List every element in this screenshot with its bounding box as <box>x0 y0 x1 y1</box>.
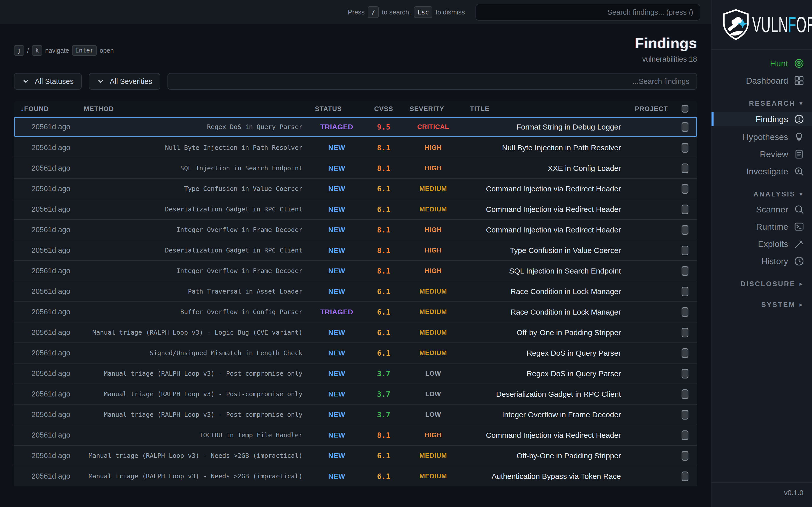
cell-found: 20561d ago <box>14 410 78 419</box>
cell-severity-badge: HIGH <box>403 144 464 152</box>
cell-found: 20561d ago <box>14 308 78 316</box>
finding-row[interactable]: 20561d agoInteger Overflow in Frame Deco… <box>14 260 697 281</box>
row-select-checkbox[interactable] <box>681 369 689 379</box>
cell-checkbox-wrapper <box>673 143 697 153</box>
finding-row[interactable]: 20561d agoType Confusion in Value Coerce… <box>14 178 697 199</box>
finding-row[interactable]: 20561d agoTOCTOU in Temp File HandlerNEW… <box>14 425 697 445</box>
cell-found: 20561d ago <box>14 472 78 481</box>
sidebar-section-research[interactable]: RESEARCH▾ <box>712 98 812 109</box>
finding-row[interactable]: 20561d agoNull Byte Injection in Path Re… <box>14 137 697 158</box>
slash-key-chip: / <box>368 6 379 18</box>
finding-row[interactable]: 20561d agoManual triage (RALPH Loop v3) … <box>14 466 697 486</box>
sidebar-item-hypotheses[interactable]: Hypotheses <box>712 130 812 144</box>
cell-status-badge: NEW <box>309 329 365 337</box>
finding-row[interactable]: 20561d agoBuffer Overflow in Config Pars… <box>14 301 697 322</box>
app-root: Press / to search, Esc to dismiss j / k … <box>0 0 812 507</box>
row-select-checkbox[interactable] <box>681 431 689 440</box>
finding-row[interactable]: 20561d agoManual triage (RALPH Loop v3) … <box>14 445 697 466</box>
column-header-found[interactable]: ↓FOUND <box>14 105 78 113</box>
column-header-method[interactable]: METHOD <box>78 105 309 113</box>
row-select-checkbox[interactable] <box>681 246 689 255</box>
row-select-checkbox[interactable] <box>681 225 689 235</box>
sidebar-item-investigate[interactable]: Investigate <box>712 165 812 178</box>
row-select-checkbox[interactable] <box>681 184 689 194</box>
cell-title: Off-by-One in Padding Stripper <box>464 328 621 337</box>
finding-row[interactable]: 20561d agoSigned/Unsigned Mismatch in Le… <box>14 342 697 363</box>
row-select-checkbox[interactable] <box>681 307 689 317</box>
cell-status-badge: NEW <box>309 164 365 172</box>
caret-down-icon: ▾ <box>800 191 803 198</box>
cell-severity-badge: LOW <box>403 411 464 418</box>
hint-press-label: Press <box>348 8 365 16</box>
sidebar-section-analysis[interactable]: ANALYSIS▾ <box>712 189 812 199</box>
cell-status-badge: NEW <box>309 226 365 234</box>
column-header-severity[interactable]: SEVERITY <box>403 105 464 113</box>
column-header-cvss[interactable]: CVSS <box>365 105 403 113</box>
sidebar-footer: v0.1.0 <box>712 482 812 507</box>
cell-checkbox-wrapper <box>673 307 697 317</box>
finding-row[interactable]: 20561d agoRegex DoS in Query ParserTRIAG… <box>14 117 697 137</box>
status-filter-dropdown[interactable]: All Statuses <box>14 73 82 90</box>
sidebar-section-system[interactable]: SYSTEM▸ <box>712 300 812 310</box>
cell-title: Command Injection via Redirect Header <box>464 205 621 214</box>
finding-row[interactable]: 20561d agoInteger Overflow in Frame Deco… <box>14 219 697 240</box>
row-select-checkbox[interactable] <box>681 266 689 276</box>
sidebar-item-runtime[interactable]: Runtime <box>712 220 812 233</box>
sidebar-item-history[interactable]: History <box>712 255 812 268</box>
column-header-status[interactable]: STATUS <box>309 105 365 113</box>
cell-title: Command Injection via Redirect Header <box>464 226 621 234</box>
cell-cvss-score: 9.5 <box>365 123 403 131</box>
sidebar-item-scanner[interactable]: Scanner <box>712 203 812 216</box>
row-select-checkbox[interactable] <box>681 348 689 358</box>
sidebar-item-review[interactable]: Review <box>712 148 812 161</box>
cell-cvss-score: 6.1 <box>365 287 403 296</box>
cell-severity-badge: LOW <box>403 370 464 378</box>
finding-row[interactable]: 20561d agoManual triage (RALPH Loop v3) … <box>14 404 697 425</box>
row-select-checkbox[interactable] <box>681 451 689 461</box>
row-select-checkbox[interactable] <box>681 164 689 173</box>
sidebar-item-findings[interactable]: Findings <box>712 112 812 126</box>
status-filter-label: All Statuses <box>35 77 73 86</box>
wand-icon <box>794 238 804 249</box>
cell-method: Signed/Unsigned Mismatch in Length Check <box>78 349 309 357</box>
sidebar-item-hunt[interactable]: Hunt <box>712 57 812 70</box>
global-search-input[interactable] <box>475 4 700 20</box>
cell-method: Manual triage (RALPH Loop v3) - Post-com… <box>78 411 309 418</box>
finding-row[interactable]: 20561d agoSQL Injection in Search Endpoi… <box>14 158 697 178</box>
hint-to-dismiss-label: to dismiss <box>436 8 465 16</box>
row-select-checkbox[interactable] <box>681 410 689 419</box>
row-select-checkbox[interactable] <box>681 287 689 296</box>
finding-row[interactable]: 20561d agoDeserialization Gadget in RPC … <box>14 240 697 260</box>
cell-found: 20561d ago <box>14 184 78 193</box>
findings-search-input[interactable] <box>167 73 697 90</box>
cell-method: Manual triage (RALPH Loop v3) - Post-com… <box>78 390 309 398</box>
cell-cvss-score: 6.1 <box>365 472 403 481</box>
sidebar-section-disclosure[interactable]: DISCLOSURE▸ <box>712 279 812 289</box>
finding-row[interactable]: 20561d agoManual triage (RALPH Loop v3) … <box>14 322 697 342</box>
finding-row[interactable]: 20561d agoPath Traversal in Asset Loader… <box>14 281 697 301</box>
row-select-checkbox[interactable] <box>681 389 689 399</box>
cell-severity-badge: MEDIUM <box>403 205 464 213</box>
sidebar-item-dashboard[interactable]: Dashboard <box>712 74 812 87</box>
esc-key-chip: Esc <box>414 6 433 18</box>
column-header-project[interactable]: PROJECT <box>621 105 673 113</box>
row-select-checkbox[interactable] <box>681 205 689 214</box>
finding-row[interactable]: 20561d agoManual triage (RALPH Loop v3) … <box>14 363 697 384</box>
cell-cvss-score: 6.1 <box>365 205 403 214</box>
cell-method: Manual triage (RALPH Loop v3) - Logic Bu… <box>78 329 309 336</box>
cell-cvss-score: 3.7 <box>365 369 403 378</box>
cell-severity-badge: MEDIUM <box>403 472 464 480</box>
sidebar-item-exploits[interactable]: Exploits <box>712 237 812 250</box>
finding-row[interactable]: 20561d agoManual triage (RALPH Loop v3) … <box>14 384 697 404</box>
select-all-checkbox[interactable] <box>681 105 689 113</box>
finding-row[interactable]: 20561d agoDeserialization Gadget in RPC … <box>14 199 697 219</box>
cell-found: 20561d ago <box>14 431 78 439</box>
severity-filter-dropdown[interactable]: All Severities <box>89 73 160 90</box>
vulnforge-wordmark: VULNFORGE <box>752 12 812 38</box>
row-select-checkbox[interactable] <box>681 328 689 337</box>
row-select-checkbox[interactable] <box>681 471 689 481</box>
row-select-checkbox[interactable] <box>681 122 689 132</box>
row-select-checkbox[interactable] <box>681 143 689 153</box>
column-header-title[interactable]: TITLE <box>464 105 621 113</box>
severity-filter-label: All Severities <box>110 77 152 86</box>
